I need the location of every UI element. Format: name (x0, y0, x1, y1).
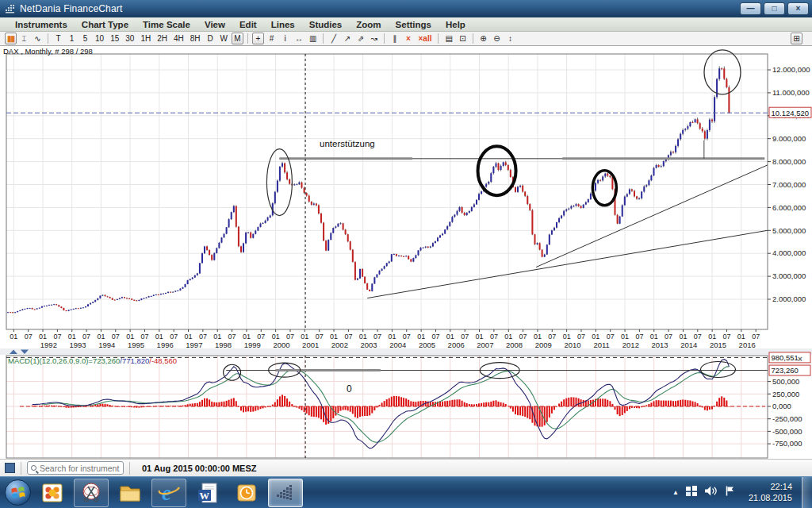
month-axis-label: 01 (417, 333, 425, 341)
macd-panel-close-icon[interactable]: × (798, 355, 802, 364)
line-chart-icon[interactable]: ∿ (32, 33, 44, 44)
year-axis-label: 1998 (215, 341, 232, 349)
taskbar: eW ▲ 22:14 21.08.2015 (0, 476, 812, 508)
macd-axis-label: -750,000 (772, 439, 802, 448)
action-center-flag-icon[interactable] (724, 485, 736, 500)
preview-icon[interactable]: ⊡ (457, 33, 469, 44)
timeframe-5[interactable]: 5 (79, 33, 91, 44)
crosshair-icon[interactable]: + (252, 33, 264, 44)
year-axis-label: 2000 (273, 341, 289, 349)
hidden-icons-chevron[interactable]: ▲ (672, 489, 679, 496)
timeframe-1h[interactable]: 1H (138, 33, 153, 44)
month-axis-label: 01 (68, 333, 76, 341)
volume-icon[interactable]: ▥ (307, 33, 319, 44)
app-icon (5, 3, 16, 14)
ohlc-bars-icon[interactable]: ⌶ (18, 33, 30, 44)
month-axis-label: 07 (82, 333, 90, 341)
pan-icon[interactable]: ↔ (293, 33, 305, 44)
timeframe-30[interactable]: 30 (123, 33, 136, 44)
candlestick-chart-icon[interactable]: ▮▮ (5, 33, 17, 44)
menu-edit[interactable]: Edit (232, 20, 264, 29)
print-icon[interactable]: ▤ (442, 33, 454, 44)
taskbar-photo-gallery[interactable] (35, 479, 70, 507)
menu-zoom[interactable]: Zoom (349, 20, 388, 29)
month-axis-label: 07 (228, 333, 236, 341)
menu-chart-type[interactable]: Chart Type (75, 20, 136, 29)
taskbar-snipping-tool[interactable] (74, 479, 109, 507)
timeframe-week[interactable]: W (218, 33, 230, 44)
month-axis-label: 01 (476, 333, 484, 341)
fit-vertical-icon[interactable]: ↕ (504, 33, 516, 44)
delete-icon[interactable]: × (402, 33, 414, 44)
close-button[interactable]: × (787, 2, 809, 15)
rising-trendline-2[interactable] (536, 165, 768, 267)
trendline-icon[interactable]: ╱ (327, 33, 339, 44)
search-input[interactable] (40, 464, 120, 473)
taskbar-netdania[interactable] (268, 479, 303, 507)
zoom-in-icon[interactable]: ⊕ (477, 33, 489, 44)
tray-clock[interactable]: 22:14 21.08.2015 (749, 482, 792, 503)
window-titlebar: NetDania FinanceChart — □ × (0, 0, 812, 17)
timeframe-day[interactable]: D (205, 33, 216, 44)
arrow-line-icon[interactable]: ↗ (341, 33, 353, 44)
menu-settings[interactable]: Settings (389, 20, 439, 29)
network-icon[interactable] (685, 485, 698, 500)
delete-all-icon[interactable]: ×all (416, 33, 434, 44)
menu-studies[interactable]: Studies (302, 20, 350, 29)
macd-value-badge-label: 723,260 (772, 366, 799, 375)
taskbar-windows-explorer[interactable] (113, 479, 147, 507)
month-axis-label: 07 (403, 333, 411, 341)
taskbar-outlook[interactable] (229, 479, 264, 507)
svg-text:W: W (200, 490, 210, 501)
zoom-out-icon[interactable]: ⊖ (491, 33, 503, 44)
ray-line-icon[interactable]: ↝ (368, 33, 380, 44)
rising-trendline-1[interactable] (367, 230, 768, 298)
menu-instruments[interactable]: Instruments (8, 20, 75, 29)
popup-chart-icon[interactable]: ⊞ (791, 33, 802, 44)
year-axis-label: 1993 (70, 341, 86, 349)
timeframe-15[interactable]: 15 (108, 33, 121, 44)
peak-circle-annotation-4[interactable] (704, 50, 741, 94)
year-axis-label: 2013 (652, 341, 668, 349)
zero-text-annotation[interactable]: 0 (347, 383, 352, 394)
timeframe-month[interactable]: M (232, 33, 243, 44)
month-axis-label: 07 (607, 333, 615, 341)
timeframe-10[interactable]: 10 (93, 33, 106, 44)
menu-help[interactable]: Help (439, 20, 473, 29)
timeframe-4h[interactable]: 4H (171, 33, 186, 44)
minimize-button[interactable]: — (740, 2, 761, 15)
month-axis-label: 01 (243, 333, 251, 341)
timeframe-8h[interactable]: 8H (188, 33, 203, 44)
search-box[interactable] (27, 461, 124, 475)
channel-line-icon[interactable]: ⇗ (354, 33, 366, 44)
menu-view[interactable]: View (197, 20, 232, 29)
year-axis-label: 2006 (448, 341, 465, 349)
macd-circle-annotation-4[interactable] (700, 362, 735, 378)
show-desktop-button[interactable] (802, 477, 812, 508)
year-axis-label: 2012 (622, 341, 639, 349)
timeframe-tick[interactable]: T (52, 33, 64, 44)
price-axis-label: 9.000,000 (772, 134, 806, 143)
menu-lines[interactable]: Lines (264, 20, 302, 29)
timeframe-1[interactable]: 1 (66, 33, 78, 44)
price-axis-label: 8.000,000 (772, 157, 806, 166)
info-icon[interactable]: i (279, 33, 291, 44)
support-text-annotation[interactable]: unterstützung (320, 139, 375, 148)
timeframe-2h[interactable]: 2H (155, 33, 170, 44)
year-axis-label: 2004 (389, 341, 406, 349)
menu-time-scale[interactable]: Time Scale (136, 20, 197, 29)
month-axis-label: 07 (694, 333, 702, 341)
month-axis-label: 01 (155, 333, 163, 341)
volume-tray-icon[interactable] (704, 485, 718, 500)
taskbar-word[interactable]: W (190, 479, 225, 507)
taskbar-internet-explorer[interactable]: e (151, 479, 186, 507)
maximize-button[interactable]: □ (764, 2, 785, 15)
parallel-lines-icon[interactable]: ∥ (389, 33, 400, 44)
month-axis-label: 01 (388, 333, 396, 341)
finance-chart[interactable]: 12.000,00011.000,00010.000,0009.000,0008… (0, 46, 812, 459)
panel-splitter[interactable] (0, 348, 812, 355)
month-axis-label: 01 (272, 333, 280, 341)
grid-icon[interactable]: # (266, 33, 278, 44)
start-button[interactable] (5, 479, 31, 506)
month-axis-label: 07 (140, 333, 148, 341)
